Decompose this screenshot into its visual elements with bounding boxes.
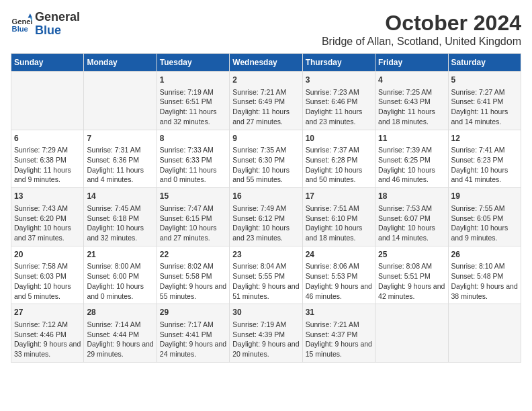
calendar-cell: 3Sunrise: 7:23 AM Sunset: 6:46 PM Daylig… [302,72,375,130]
calendar-table: SundayMondayTuesdayWednesdayThursdayFrid… [11,53,521,363]
day-number: 9 [232,133,299,144]
day-number: 14 [87,191,153,202]
calendar-header-row: SundayMondayTuesdayWednesdayThursdayFrid… [11,54,521,72]
day-info: Sunrise: 7:47 AM Sunset: 6:15 PM Dayligh… [160,203,226,243]
day-info: Sunrise: 7:39 AM Sunset: 6:25 PM Dayligh… [378,145,445,185]
day-number: 4 [378,75,445,86]
calendar-week-0: 1Sunrise: 7:19 AM Sunset: 6:51 PM Daylig… [11,72,521,130]
header-wednesday: Wednesday [230,54,302,72]
calendar-week-4: 27Sunrise: 7:12 AM Sunset: 4:46 PM Dayli… [11,304,521,363]
header-monday: Monday [84,54,157,72]
calendar-cell: 31Sunrise: 7:21 AM Sunset: 4:37 PM Dayli… [302,304,375,363]
calendar-cell: 6Sunrise: 7:29 AM Sunset: 6:38 PM Daylig… [11,130,84,188]
calendar-cell: 26Sunrise: 8:10 AM Sunset: 5:48 PM Dayli… [448,246,521,304]
calendar-cell: 22Sunrise: 8:02 AM Sunset: 5:58 PM Dayli… [157,246,229,304]
calendar-cell: 24Sunrise: 8:06 AM Sunset: 5:53 PM Dayli… [302,246,375,304]
day-number: 20 [14,249,81,261]
day-info: Sunrise: 7:41 AM Sunset: 6:23 PM Dayligh… [451,145,518,185]
day-info: Sunrise: 7:14 AM Sunset: 4:44 PM Dayligh… [87,320,153,359]
day-info: Sunrise: 7:23 AM Sunset: 6:46 PM Dayligh… [306,87,372,127]
day-number: 8 [160,133,226,144]
calendar-cell: 29Sunrise: 7:17 AM Sunset: 4:41 PM Dayli… [157,304,229,363]
day-number: 19 [451,191,518,202]
logo-text: General Blue [35,11,80,38]
main-title: October 2024 [322,11,521,36]
day-info: Sunrise: 7:49 AM Sunset: 6:12 PM Dayligh… [232,203,299,243]
day-number: 1 [160,75,226,86]
day-number: 26 [451,249,518,261]
calendar-cell: 28Sunrise: 7:14 AM Sunset: 4:44 PM Dayli… [84,304,157,363]
day-info: Sunrise: 8:00 AM Sunset: 6:00 PM Dayligh… [87,261,153,301]
day-number: 21 [87,249,153,261]
day-number: 24 [306,249,372,261]
calendar-cell: 19Sunrise: 7:55 AM Sunset: 6:05 PM Dayli… [448,188,521,246]
logo: General Blue General Blue [11,11,80,38]
calendar-week-2: 13Sunrise: 7:43 AM Sunset: 6:20 PM Dayli… [11,188,521,246]
day-number: 29 [160,307,226,318]
day-info: Sunrise: 8:06 AM Sunset: 5:53 PM Dayligh… [306,261,372,301]
calendar-cell: 14Sunrise: 7:45 AM Sunset: 6:18 PM Dayli… [84,188,157,246]
calendar-cell: 15Sunrise: 7:47 AM Sunset: 6:15 PM Dayli… [157,188,229,246]
day-info: Sunrise: 7:33 AM Sunset: 6:33 PM Dayligh… [160,145,226,185]
calendar-cell: 12Sunrise: 7:41 AM Sunset: 6:23 PM Dayli… [448,130,521,188]
calendar-cell: 11Sunrise: 7:39 AM Sunset: 6:25 PM Dayli… [375,130,448,188]
day-number: 13 [14,191,81,202]
calendar-cell: 20Sunrise: 7:58 AM Sunset: 6:03 PM Dayli… [11,246,84,304]
calendar-week-3: 20Sunrise: 7:58 AM Sunset: 6:03 PM Dayli… [11,246,521,304]
day-info: Sunrise: 8:10 AM Sunset: 5:48 PM Dayligh… [451,261,518,301]
day-number: 23 [232,249,299,261]
day-number: 12 [451,133,518,144]
day-info: Sunrise: 7:53 AM Sunset: 6:07 PM Dayligh… [378,203,445,243]
svg-text:Blue: Blue [12,25,28,33]
calendar-cell: 25Sunrise: 8:08 AM Sunset: 5:51 PM Dayli… [375,246,448,304]
calendar-cell: 21Sunrise: 8:00 AM Sunset: 6:00 PM Dayli… [84,246,157,304]
calendar-cell: 23Sunrise: 8:04 AM Sunset: 5:55 PM Dayli… [230,246,302,304]
day-number: 7 [87,133,153,144]
calendar-cell: 5Sunrise: 7:27 AM Sunset: 6:41 PM Daylig… [448,72,521,130]
header-sunday: Sunday [11,54,84,72]
calendar-cell: 9Sunrise: 7:35 AM Sunset: 6:30 PM Daylig… [230,130,302,188]
page-header: General Blue General Blue October 2024 B… [11,11,521,48]
title-block: October 2024 Bridge of Allan, Scotland, … [322,11,521,48]
day-info: Sunrise: 7:19 AM Sunset: 4:39 PM Dayligh… [232,320,299,359]
day-info: Sunrise: 7:55 AM Sunset: 6:05 PM Dayligh… [451,203,518,243]
day-number: 5 [451,75,518,86]
day-info: Sunrise: 7:58 AM Sunset: 6:03 PM Dayligh… [14,261,81,301]
calendar-cell: 27Sunrise: 7:12 AM Sunset: 4:46 PM Dayli… [11,304,84,363]
day-number: 11 [378,133,445,144]
calendar-cell: 10Sunrise: 7:37 AM Sunset: 6:28 PM Dayli… [302,130,375,188]
day-info: Sunrise: 7:45 AM Sunset: 6:18 PM Dayligh… [87,203,153,243]
header-friday: Friday [375,54,448,72]
svg-text:General: General [12,17,32,26]
calendar-cell: 2Sunrise: 7:21 AM Sunset: 6:49 PM Daylig… [230,72,302,130]
calendar-cell: 17Sunrise: 7:51 AM Sunset: 6:10 PM Dayli… [302,188,375,246]
day-info: Sunrise: 7:37 AM Sunset: 6:28 PM Dayligh… [306,145,372,185]
day-number: 3 [306,75,372,86]
calendar-cell: 8Sunrise: 7:33 AM Sunset: 6:33 PM Daylig… [157,130,229,188]
day-number: 31 [306,307,372,318]
day-number: 18 [378,191,445,202]
day-number: 10 [306,133,372,144]
day-number: 25 [378,249,445,261]
day-info: Sunrise: 7:25 AM Sunset: 6:43 PM Dayligh… [378,87,445,127]
day-info: Sunrise: 7:51 AM Sunset: 6:10 PM Dayligh… [306,203,372,243]
day-number: 28 [87,307,153,318]
day-info: Sunrise: 8:04 AM Sunset: 5:55 PM Dayligh… [232,261,299,301]
calendar-cell: 30Sunrise: 7:19 AM Sunset: 4:39 PM Dayli… [230,304,302,363]
day-info: Sunrise: 7:19 AM Sunset: 6:51 PM Dayligh… [160,87,226,127]
day-number: 16 [232,191,299,202]
day-number: 17 [306,191,372,202]
day-info: Sunrise: 8:02 AM Sunset: 5:58 PM Dayligh… [160,261,226,301]
calendar-cell [11,72,84,130]
calendar-cell: 18Sunrise: 7:53 AM Sunset: 6:07 PM Dayli… [375,188,448,246]
day-info: Sunrise: 7:21 AM Sunset: 4:37 PM Dayligh… [306,320,372,359]
day-info: Sunrise: 7:12 AM Sunset: 4:46 PM Dayligh… [14,320,81,359]
day-info: Sunrise: 7:31 AM Sunset: 6:36 PM Dayligh… [87,145,153,185]
day-info: Sunrise: 8:08 AM Sunset: 5:51 PM Dayligh… [378,261,445,301]
calendar-cell [448,304,521,363]
calendar-cell: 7Sunrise: 7:31 AM Sunset: 6:36 PM Daylig… [84,130,157,188]
subtitle: Bridge of Allan, Scotland, United Kingdo… [322,36,521,48]
header-saturday: Saturday [448,54,521,72]
logo-icon: General Blue [11,13,32,35]
day-number: 6 [14,133,81,144]
